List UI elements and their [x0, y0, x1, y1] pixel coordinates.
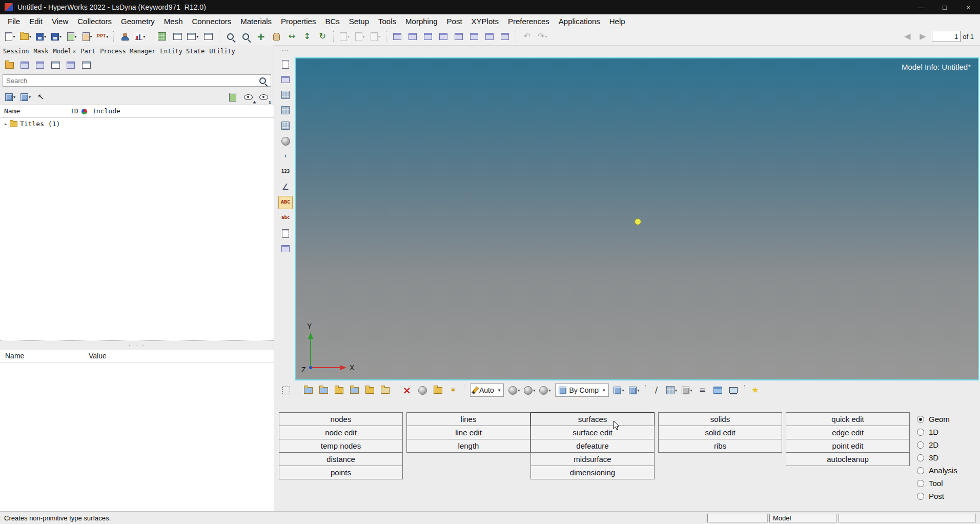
radio-icon[interactable]	[917, 493, 924, 500]
open-file-icon[interactable]: ▾	[18, 29, 33, 44]
menu-tools[interactable]: Tools	[374, 17, 401, 26]
primitives-sphere-icon[interactable]	[415, 383, 430, 397]
panel-splitter[interactable]	[0, 340, 274, 351]
configure-browser-icon[interactable]	[48, 58, 63, 72]
save-as-icon-dropdown[interactable]: ▾	[59, 34, 62, 39]
delete-page-icon[interactable]	[405, 29, 420, 44]
record-window-icon[interactable]	[498, 29, 512, 44]
menu-geometry[interactable]: Geometry	[116, 17, 159, 26]
menu-xyplots[interactable]: XYPlots	[467, 17, 503, 26]
menu-edit[interactable]: Edit	[25, 17, 47, 26]
performance-monitor-icon[interactable]	[726, 383, 741, 397]
page-number-input[interactable]	[932, 31, 961, 42]
previous-page-icon[interactable]: ◀	[900, 29, 914, 44]
open-file-icon-dropdown[interactable]: ▾	[29, 34, 31, 39]
panel-button-edge-edit[interactable]: edge edit	[786, 426, 910, 439]
show-entities-dropdown-icon-dropdown[interactable]: ▾	[13, 95, 15, 99]
matrix-panel-icon[interactable]	[278, 104, 293, 117]
tab-process-manager[interactable]: Process Manager	[100, 48, 155, 55]
mesh-shade-icon[interactable]: ▾	[612, 383, 626, 397]
menu-materials[interactable]: Materials	[236, 17, 276, 26]
panel-button-points[interactable]: points	[279, 466, 403, 479]
shaded-solid-icon-dropdown[interactable]: ▾	[690, 388, 692, 393]
mask-panel-icon[interactable]	[278, 73, 293, 86]
add-page-icon[interactable]	[390, 29, 404, 44]
menu-preferences[interactable]: Preferences	[503, 17, 554, 26]
quick-wand-icon[interactable]: ✶	[446, 383, 460, 397]
display-mode-dropdown-icon-dropdown[interactable]: ▾	[29, 95, 31, 99]
menu-bcs[interactable]: BCs	[320, 17, 344, 26]
tab-mask[interactable]: Mask	[34, 48, 49, 55]
panel-button-surface-edit[interactable]: surface edit	[530, 426, 655, 439]
tab-session[interactable]: Session	[3, 48, 29, 55]
open-session-icon[interactable]	[431, 383, 445, 397]
node-point[interactable]	[635, 218, 641, 225]
swap-window-icon[interactable]	[482, 29, 497, 44]
panel-button-solids[interactable]: solids	[658, 412, 782, 426]
export-icon-dropdown[interactable]: ▾	[90, 34, 92, 39]
tab-utility[interactable]: Utility	[209, 48, 235, 55]
clipboard-icon[interactable]	[278, 57, 293, 71]
panel-button-temp-nodes[interactable]: temp nodes	[279, 439, 403, 453]
search-input[interactable]	[3, 74, 271, 87]
section-cut-icon[interactable]	[278, 227, 293, 240]
panel-button-distance[interactable]: distance	[279, 452, 403, 466]
tab-entity-state[interactable]: Entity State	[160, 48, 205, 55]
tab-part[interactable]: Part	[80, 48, 95, 55]
selection-box-icon[interactable]	[279, 383, 293, 397]
copy-icon[interactable]: ▾	[353, 29, 367, 44]
panel-button-midsurface[interactable]: midsurface	[530, 452, 655, 466]
redo-icon-dropdown[interactable]: ▾	[545, 34, 547, 39]
wireframe-icon[interactable]: ∕	[649, 383, 664, 397]
zoom-icon[interactable]	[223, 29, 237, 44]
export-icon[interactable]: ▾	[80, 29, 94, 44]
numbering-icon[interactable]: 123	[278, 165, 293, 178]
menu-view[interactable]: View	[47, 17, 73, 26]
tile-vertical-icon[interactable]	[452, 29, 466, 44]
radio-icon[interactable]	[917, 429, 924, 436]
dynamic-rotate-icon[interactable]: ↔	[284, 29, 299, 44]
open-model-icon[interactable]	[301, 383, 315, 397]
menu-post[interactable]: Post	[442, 17, 467, 26]
tab-close-icon[interactable]: ×	[73, 48, 76, 55]
save-as-icon[interactable]: ▾	[49, 29, 64, 44]
menu-applications[interactable]: Applications	[554, 17, 605, 26]
entities-view-icon[interactable]	[2, 58, 16, 72]
geometry-shade-icon-dropdown[interactable]: ▾	[637, 388, 639, 393]
menu-mesh[interactable]: Mesh	[159, 17, 188, 26]
feature-angle-icon[interactable]: ▾	[665, 383, 679, 397]
new-session-icon-dropdown[interactable]: ▾	[13, 34, 15, 39]
shaded-geometry-icon-dropdown[interactable]: ▾	[518, 388, 520, 393]
panel-button-lines[interactable]: lines	[406, 412, 530, 426]
mode-tool[interactable]: Tool	[917, 477, 957, 490]
geometry-shade-icon[interactable]: ▾	[627, 383, 642, 397]
shaded-solid-icon[interactable]: ▾	[680, 383, 695, 397]
radio-icon[interactable]	[917, 454, 924, 461]
panel-button-quick-edit[interactable]: quick edit	[786, 412, 910, 426]
dual-view-icon[interactable]	[711, 383, 725, 397]
selector-arrow-icon[interactable]: ↖	[34, 90, 48, 104]
feature-angle-icon-dropdown[interactable]: ▾	[675, 388, 677, 393]
mode-2d[interactable]: 2D	[917, 438, 957, 451]
fit-view-icon[interactable]	[238, 29, 253, 44]
import-icon[interactable]: ▾	[65, 29, 79, 44]
next-window-icon[interactable]	[421, 29, 435, 44]
mode-1d[interactable]: 1D	[917, 426, 957, 438]
copy-icon-dropdown[interactable]: ▾	[363, 34, 365, 39]
redo-icon[interactable]: ↷▾	[535, 29, 549, 44]
close-button[interactable]: ×	[956, 0, 980, 14]
panel-button-point-edit[interactable]: point edit	[786, 439, 910, 453]
mode-geom[interactable]: Geom	[917, 413, 957, 426]
screen-capture-grid-icon[interactable]	[155, 29, 169, 44]
maximize-button[interactable]: □	[933, 0, 956, 14]
paste-icon-dropdown[interactable]: ▾	[378, 34, 380, 39]
radio-icon[interactable]	[917, 441, 924, 449]
pan-hand-icon[interactable]	[269, 29, 283, 44]
shaded-elements-icon-dropdown[interactable]: ▾	[533, 388, 535, 393]
minimize-button[interactable]: —	[909, 0, 933, 14]
side-toolbar-grip[interactable]	[276, 46, 294, 55]
spreadsheet-icon[interactable]	[278, 119, 293, 132]
menu-help[interactable]: Help	[605, 17, 630, 26]
filter-entities-icon[interactable]	[64, 58, 78, 72]
shaded-elements-icon[interactable]: ▾	[522, 383, 537, 397]
